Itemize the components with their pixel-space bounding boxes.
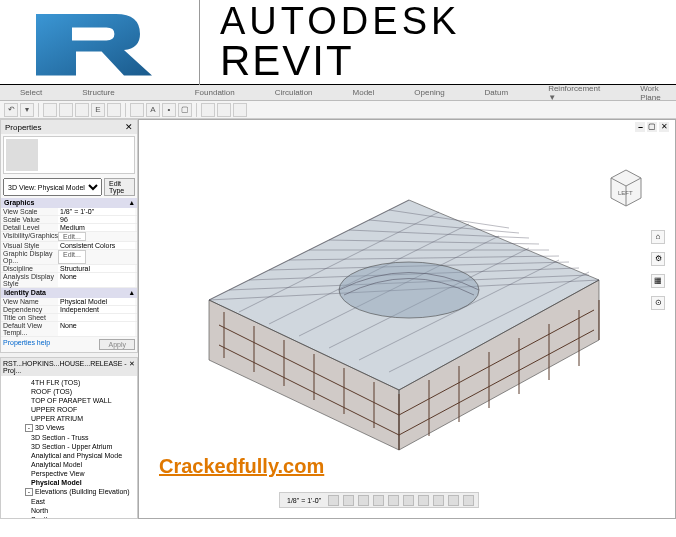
- tree-item[interactable]: 3D Section - Truss: [3, 433, 135, 442]
- prop-value[interactable]: Edit...: [58, 232, 86, 241]
- prop-value[interactable]: Edit...: [58, 250, 86, 264]
- sb-icon[interactable]: [418, 495, 429, 506]
- sb-icon[interactable]: [433, 495, 444, 506]
- sb-icon[interactable]: [448, 495, 459, 506]
- properties-panel: Properties ✕ 3D View: Physical Model Edi…: [0, 119, 138, 353]
- qat-btn[interactable]: [75, 103, 89, 117]
- prop-label: View Name: [3, 298, 58, 305]
- qat-btn[interactable]: [130, 103, 144, 117]
- view-selector[interactable]: 3D View: Physical Model: [3, 178, 102, 196]
- tree-item[interactable]: ROOF (TOS): [3, 387, 135, 396]
- qat-btn[interactable]: [233, 103, 247, 117]
- tree-item[interactable]: Analytical Model: [3, 460, 135, 469]
- tree-label: South: [31, 516, 49, 519]
- qat-text-icon[interactable]: A: [146, 103, 160, 117]
- prop-row[interactable]: DisciplineStructural: [1, 265, 137, 273]
- prop-row[interactable]: Detail LevelMedium: [1, 224, 137, 232]
- scale-display[interactable]: 1/8" = 1'-0": [284, 497, 324, 504]
- tree-item[interactable]: UPPER ROOF: [3, 405, 135, 414]
- prop-row[interactable]: View Scale1/8" = 1'-0": [1, 208, 137, 216]
- prop-value[interactable]: Structural: [58, 265, 135, 272]
- close-icon[interactable]: ✕: [659, 122, 669, 132]
- nav-wheel-icon[interactable]: ⚙: [651, 252, 665, 266]
- svg-point-24: [339, 262, 479, 318]
- prop-value[interactable]: 1/8" = 1'-0": [58, 208, 135, 215]
- ribbon-tab-opening[interactable]: Opening: [394, 86, 464, 99]
- sb-icon[interactable]: [328, 495, 339, 506]
- tree-item[interactable]: 3D Section - Upper Atrium: [3, 442, 135, 451]
- sb-icon[interactable]: [373, 495, 384, 506]
- maximize-icon[interactable]: ▢: [647, 122, 657, 132]
- prop-row[interactable]: Title on Sheet: [1, 314, 137, 322]
- ribbon-tab-reinforcement[interactable]: Reinforcement ▼: [528, 82, 620, 104]
- prop-value[interactable]: None: [58, 273, 135, 287]
- chevron-icon[interactable]: ▴: [130, 199, 134, 207]
- qat-dropdown-icon[interactable]: ▾: [20, 103, 34, 117]
- expand-icon[interactable]: -: [25, 424, 33, 432]
- tree-item[interactable]: UPPER ATRIUM: [3, 414, 135, 423]
- ribbon-tab-model[interactable]: Model: [333, 86, 395, 99]
- project-tree[interactable]: 4TH FLR (TOS)ROOF (TOS)TOP OF PARAPET WA…: [1, 376, 137, 519]
- prop-row[interactable]: Visual StyleConsistent Colors: [1, 242, 137, 250]
- sb-icon[interactable]: [358, 495, 369, 506]
- tree-item[interactable]: -Elevations (Building Elevation): [3, 487, 135, 497]
- ribbon-tab-datum[interactable]: Datum: [465, 86, 529, 99]
- qat-btn[interactable]: [107, 103, 121, 117]
- tree-item[interactable]: North: [3, 506, 135, 515]
- properties-help-link[interactable]: Properties help: [3, 339, 50, 350]
- prop-value[interactable]: [58, 314, 135, 321]
- ribbon-tab-select[interactable]: Select: [0, 86, 62, 99]
- tree-item[interactable]: Physical Model: [3, 478, 135, 487]
- close-icon[interactable]: ✕: [125, 122, 133, 132]
- expand-icon[interactable]: -: [25, 488, 33, 496]
- qat-btn[interactable]: [43, 103, 57, 117]
- prop-row[interactable]: Visibility/GraphicsEdit...: [1, 232, 137, 242]
- nav-home-icon[interactable]: ⌂: [651, 230, 665, 244]
- tree-item[interactable]: East: [3, 497, 135, 506]
- ribbon-tab-foundation[interactable]: Foundation: [175, 86, 255, 99]
- prop-value[interactable]: None: [58, 322, 135, 336]
- tree-item[interactable]: South: [3, 515, 135, 519]
- qat-undo-icon[interactable]: ↶: [4, 103, 18, 117]
- nav-pan-icon[interactable]: ▦: [651, 274, 665, 288]
- prop-row[interactable]: Default View Templ...None: [1, 322, 137, 337]
- nav-zoom-icon[interactable]: ⊙: [651, 296, 665, 310]
- prop-value[interactable]: Independent: [58, 306, 135, 313]
- prop-row[interactable]: Scale Value96: [1, 216, 137, 224]
- prop-row[interactable]: View NamePhysical Model: [1, 298, 137, 306]
- prop-value[interactable]: Physical Model: [58, 298, 135, 305]
- view-canvas[interactable]: ‒ ▢ ✕ LEFT ⌂ ⚙ ▦ ⊙: [138, 119, 676, 519]
- qat-btn[interactable]: [59, 103, 73, 117]
- section-header[interactable]: Graphics: [4, 199, 34, 207]
- prop-value[interactable]: Medium: [58, 224, 135, 231]
- chevron-icon[interactable]: ▴: [130, 289, 134, 297]
- tree-item[interactable]: TOP OF PARAPET WALL: [3, 396, 135, 405]
- prop-row[interactable]: Graphic Display Op...Edit...: [1, 250, 137, 265]
- qat-btn[interactable]: [201, 103, 215, 117]
- qat-btn[interactable]: [217, 103, 231, 117]
- apply-button[interactable]: Apply: [99, 339, 135, 350]
- tree-item[interactable]: -3D Views: [3, 423, 135, 433]
- section-header[interactable]: Identity Data: [4, 289, 46, 297]
- close-icon[interactable]: ✕: [129, 360, 135, 374]
- prop-value[interactable]: 96: [58, 216, 135, 223]
- tree-item[interactable]: Analytical and Physical Mode: [3, 451, 135, 460]
- ribbon-tab-circulation[interactable]: Circulation: [255, 86, 333, 99]
- edit-type-button[interactable]: Edit Type: [104, 178, 135, 196]
- qat-btn[interactable]: •: [162, 103, 176, 117]
- tree-item[interactable]: Perspective View: [3, 469, 135, 478]
- prop-label: Title on Sheet: [3, 314, 58, 321]
- sb-icon[interactable]: [388, 495, 399, 506]
- qat-btn[interactable]: E: [91, 103, 105, 117]
- tree-item[interactable]: 4TH FLR (TOS): [3, 378, 135, 387]
- sb-icon[interactable]: [463, 495, 474, 506]
- ribbon-tab-workplane[interactable]: Work Plane: [620, 82, 676, 104]
- ribbon-tab-structure[interactable]: Structure: [62, 86, 134, 99]
- minimize-icon[interactable]: ‒: [635, 122, 645, 132]
- prop-row[interactable]: DependencyIndependent: [1, 306, 137, 314]
- sb-icon[interactable]: [403, 495, 414, 506]
- sb-icon[interactable]: [343, 495, 354, 506]
- prop-row[interactable]: Analysis Display StyleNone: [1, 273, 137, 288]
- prop-value[interactable]: Consistent Colors: [58, 242, 135, 249]
- qat-btn[interactable]: ▢: [178, 103, 192, 117]
